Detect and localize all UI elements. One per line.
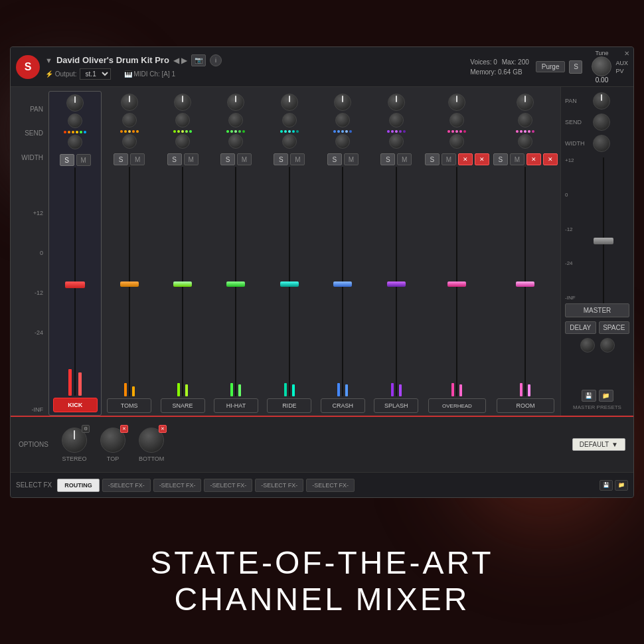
delay-knob[interactable]	[580, 338, 595, 353]
camera-button[interactable]: 📷	[191, 54, 206, 66]
snare-label-btn[interactable]: SNARE	[161, 398, 205, 413]
output-select[interactable]: st.1	[80, 68, 111, 80]
room-mute[interactable]: M	[510, 153, 524, 165]
info-button[interactable]: i	[210, 54, 222, 66]
solo-button[interactable]: S	[569, 60, 582, 74]
snare-solo[interactable]: S	[167, 153, 182, 165]
kick-solo[interactable]: S	[60, 154, 74, 166]
master-presets-save[interactable]: 💾	[582, 390, 596, 402]
ride-label-btn[interactable]: RIDE	[267, 398, 311, 413]
crash-solo[interactable]: S	[327, 153, 342, 165]
snare-mute[interactable]: M	[184, 153, 199, 165]
ride-fader-handle[interactable]	[280, 282, 299, 287]
ride-solo[interactable]: S	[274, 153, 288, 165]
crash-label-btn[interactable]: CRASH	[321, 398, 365, 413]
prev-arrow[interactable]: ◀	[173, 56, 179, 65]
snare-fader-handle[interactable]	[173, 282, 192, 287]
master-send-knob[interactable]	[593, 114, 610, 131]
kick-width-knob[interactable]	[68, 135, 82, 149]
overhead-mute[interactable]: M	[442, 153, 456, 165]
fx-select-3[interactable]: -SELECT FX-	[204, 479, 252, 492]
space-knob[interactable]	[600, 338, 615, 353]
routing-button[interactable]: ROUTING	[57, 479, 100, 492]
hihat-pan-knob[interactable]	[227, 94, 244, 111]
master-presets-load[interactable]: 📁	[599, 390, 613, 402]
ride-pan-knob[interactable]	[281, 94, 298, 111]
ride-send-knob[interactable]	[282, 113, 297, 127]
kick-send-knob[interactable]	[68, 114, 82, 128]
right-db-m12: -12	[565, 226, 576, 232]
kick-label-btn[interactable]: KICK	[53, 398, 98, 412]
overhead-width-knob[interactable]	[449, 134, 464, 149]
overhead-solo[interactable]: S	[425, 153, 440, 165]
room-pan-knob[interactable]	[517, 94, 534, 111]
tune-knob[interactable]	[592, 56, 611, 76]
snare-width-knob[interactable]	[175, 134, 190, 149]
room-width-knob[interactable]	[518, 134, 532, 149]
hihat-width-knob[interactable]	[228, 134, 243, 149]
toms-fader-handle[interactable]	[120, 282, 139, 287]
hihat-mute[interactable]: M	[237, 153, 252, 165]
crash-pan-knob[interactable]	[334, 94, 351, 111]
fx-select-5[interactable]: -SELECT FX-	[306, 479, 355, 492]
toms-pan-knob[interactable]	[121, 94, 138, 111]
splash-width-knob[interactable]	[389, 134, 404, 149]
splash-solo[interactable]: S	[380, 153, 395, 165]
master-pan-knob[interactable]	[593, 92, 610, 110]
hihat-label-btn[interactable]: HI-HAT	[214, 398, 258, 413]
next-arrow[interactable]: ▶	[181, 56, 187, 65]
close-button[interactable]: ✕	[624, 50, 629, 57]
splash-label-btn[interactable]: SPLASH	[374, 398, 418, 413]
hihat-send-knob[interactable]	[228, 113, 243, 127]
room-solo[interactable]: S	[493, 153, 508, 165]
toms-label-btn[interactable]: TOMS	[107, 398, 151, 413]
purge-button[interactable]: Purge	[536, 61, 566, 72]
toms-solo[interactable]: S	[114, 153, 128, 165]
overhead-x2[interactable]: ✕	[475, 153, 489, 165]
snare-send-knob[interactable]	[175, 113, 190, 127]
splash-fader-handle[interactable]	[387, 282, 406, 287]
crash-mute[interactable]: M	[344, 153, 359, 165]
snare-pan-knob[interactable]	[174, 94, 191, 111]
room-send-knob[interactable]	[518, 113, 532, 127]
space-button[interactable]: SPACE	[599, 321, 630, 334]
kick-mute[interactable]: M	[76, 154, 91, 166]
ride-width-knob[interactable]	[282, 134, 297, 149]
room-x2[interactable]: ✕	[543, 153, 558, 165]
stereo-icon[interactable]: ⚙	[82, 425, 90, 433]
delay-button[interactable]: DELAY	[565, 321, 596, 334]
fx-save-icon[interactable]: 💾	[600, 480, 613, 491]
room-fader-handle[interactable]	[516, 282, 534, 287]
overhead-x1[interactable]: ✕	[458, 153, 473, 165]
master-fader-handle[interactable]	[594, 238, 613, 244]
crash-width-knob[interactable]	[335, 134, 350, 149]
fx-select-2[interactable]: -SELECT FX-	[153, 479, 202, 492]
splash-pan-knob[interactable]	[388, 94, 405, 111]
fx-select-4[interactable]: -SELECT FX-	[255, 479, 303, 492]
hihat-fader-handle[interactable]	[226, 282, 245, 287]
toms-send-knob[interactable]	[122, 113, 137, 127]
crash-send-knob[interactable]	[335, 113, 350, 127]
master-button[interactable]: MASTER	[565, 303, 629, 317]
toms-mute[interactable]: M	[130, 153, 145, 165]
overhead-fader-handle[interactable]	[447, 282, 466, 287]
overhead-pan-knob[interactable]	[448, 94, 465, 111]
splash-mute[interactable]: M	[397, 153, 412, 165]
ride-mute[interactable]: M	[290, 153, 305, 165]
room-label-btn[interactable]: ROOM	[497, 398, 554, 413]
overhead-label-btn[interactable]: OVERHEAD	[428, 398, 486, 413]
fx-select-1[interactable]: -SELECT FX-	[102, 479, 151, 492]
top-icon[interactable]: ✕	[120, 425, 128, 433]
overhead-send-knob[interactable]	[449, 113, 464, 127]
kick-fader-handle[interactable]	[65, 282, 85, 288]
kick-pan-knob[interactable]	[66, 94, 84, 112]
room-x1[interactable]: ✕	[526, 153, 541, 165]
splash-send-knob[interactable]	[389, 113, 404, 127]
fx-load-icon[interactable]: 📁	[615, 480, 628, 491]
bottom-icon[interactable]: ✕	[159, 425, 167, 433]
hihat-solo[interactable]: S	[220, 153, 235, 165]
toms-width-knob[interactable]	[122, 134, 137, 149]
default-button[interactable]: DEFAULT ▼	[572, 438, 625, 451]
crash-fader-handle[interactable]	[333, 282, 352, 287]
master-width-knob[interactable]	[593, 135, 610, 152]
